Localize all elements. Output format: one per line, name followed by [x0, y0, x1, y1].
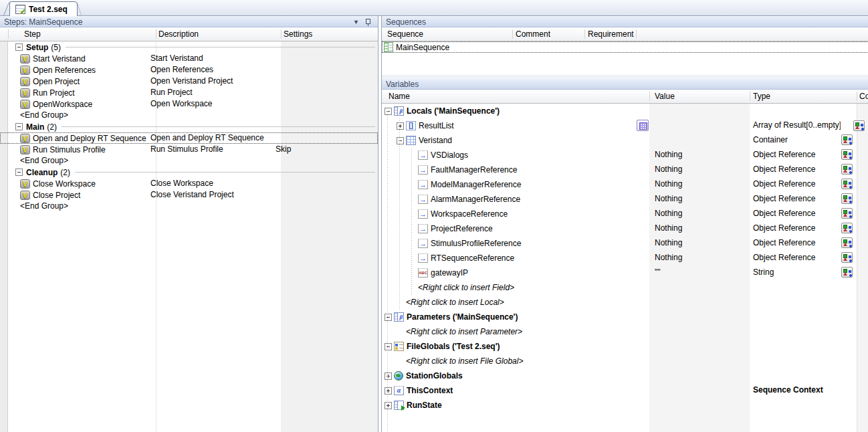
variable-flags-icon[interactable]: [841, 267, 853, 278]
step-row[interactable]: Run Stimulus ProfileRun Stimulus Profile…: [0, 144, 378, 155]
variable-row[interactable]: <Right click to insert Field>: [382, 280, 868, 295]
group-row[interactable]: Setup(5): [0, 41, 378, 53]
variable-flags-icon[interactable]: [841, 149, 853, 160]
variable-name: Parameters ('MainSequence'): [407, 312, 518, 322]
end-group-row[interactable]: <End Group>: [0, 201, 378, 212]
group-row[interactable]: Main(2): [0, 121, 378, 132]
step-row[interactable]: Start VeristandStart Veristand: [0, 53, 378, 64]
variable-row[interactable]: ModelManagerReferenceNothingObject Refer…: [382, 177, 868, 192]
collapse-expander-icon[interactable]: [15, 43, 23, 51]
variable-row[interactable]: <Right click to insert Local>: [382, 295, 868, 310]
end-group-row[interactable]: <End Group>: [0, 110, 378, 121]
column-separator[interactable]: [281, 29, 282, 39]
column-name[interactable]: Name: [389, 91, 410, 102]
column-separator[interactable]: [8, 29, 9, 39]
variable-row[interactable]: gatewayIP""String: [382, 265, 868, 280]
variable-value-cell[interactable]: "": [649, 265, 750, 280]
step-description-cell: Close Workspace: [148, 178, 273, 189]
variable-flags-icon[interactable]: [841, 134, 853, 145]
variable-row[interactable]: ThisContextSequence Context: [382, 383, 868, 398]
collapse-icon[interactable]: [397, 137, 404, 144]
step-row[interactable]: Open and Deploy RT SequenceOpen and Depl…: [0, 132, 378, 144]
column-comment[interactable]: Comment: [859, 91, 868, 102]
variable-row[interactable]: VSDialogsNothingObject Reference: [382, 148, 868, 163]
step-row[interactable]: Close WorkspaceClose Workspace: [0, 178, 378, 189]
variable-row[interactable]: ProjectReferenceNothingObject Reference: [382, 221, 868, 236]
variable-row[interactable]: WorkspaceReferenceNothingObject Referenc…: [382, 207, 868, 221]
variable-flags-icon[interactable]: [841, 237, 853, 248]
variable-value-cell[interactable]: Nothing: [649, 221, 750, 236]
variable-row[interactable]: <Right click to insert Parameter>: [382, 324, 868, 339]
column-separator[interactable]: [857, 92, 857, 101]
tab-test2-seq[interactable]: Test 2.seq: [9, 1, 78, 16]
variable-row[interactable]: Locals ('MainSequence'): [382, 104, 868, 118]
variable-value-cell[interactable]: Nothing: [649, 148, 750, 163]
column-separator[interactable]: [584, 29, 585, 39]
collapse-icon[interactable]: [385, 108, 392, 115]
column-separator[interactable]: [512, 29, 513, 39]
step-row[interactable]: OpenWorkspaceOpen Workspace: [0, 98, 378, 110]
column-comment[interactable]: Comment: [516, 29, 550, 40]
variable-row[interactable]: RTSequenceReferenceNothingObject Referen…: [382, 251, 868, 265]
variable-row[interactable]: FileGlobals ('Test 2.seq'): [382, 339, 868, 354]
variable-type-cell: Object Reference: [750, 207, 841, 221]
expand-icon[interactable]: [385, 372, 392, 380]
variable-row[interactable]: VeristandContainer: [382, 133, 868, 148]
collapse-icon[interactable]: [385, 314, 392, 321]
variable-row[interactable]: RunState: [382, 398, 868, 413]
column-type[interactable]: Type: [753, 91, 770, 102]
column-requirement[interactable]: Requirement: [588, 29, 634, 40]
variable-row[interactable]: StimulusProfileReferenceNothingObject Re…: [382, 236, 868, 251]
step-name: Open References: [33, 65, 96, 76]
array-browse-icon[interactable]: [637, 120, 649, 131]
variable-value-cell[interactable]: Nothing: [649, 251, 750, 265]
column-sequence[interactable]: Sequence: [387, 29, 423, 40]
variable-flags-icon[interactable]: [841, 223, 853, 233]
column-separator[interactable]: [636, 29, 637, 39]
step-row[interactable]: Open ReferencesOpen References: [0, 64, 378, 76]
expand-icon[interactable]: [397, 122, 404, 130]
end-group-row[interactable]: <End Group>: [0, 155, 378, 167]
variable-row[interactable]: StationGlobals: [382, 368, 868, 383]
variable-row[interactable]: ResultListArray of Result[0..empty]: [382, 118, 868, 133]
panel-menu-dropdown-icon[interactable]: ▼: [353, 17, 359, 27]
document-tab-bar: Test 2.seq: [0, 0, 868, 16]
column-separator[interactable]: [649, 92, 650, 101]
column-step[interactable]: Step: [24, 29, 41, 40]
step-name: Close Project: [33, 190, 80, 201]
step-row[interactable]: Run ProjectRun Project: [0, 87, 378, 98]
variable-flags-icon[interactable]: [841, 208, 853, 219]
variable-row[interactable]: FaultManagerReferenceNothingObject Refer…: [382, 163, 868, 177]
object-reference-icon: [418, 209, 428, 219]
variable-flags-icon[interactable]: [841, 193, 853, 204]
column-separator[interactable]: [750, 92, 750, 101]
variable-flags-icon[interactable]: [853, 120, 865, 131]
variable-value-cell[interactable]: Nothing: [649, 236, 750, 251]
step-row[interactable]: Close ProjectClose Veristand Project: [0, 189, 378, 201]
collapse-icon[interactable]: [385, 343, 392, 350]
variable-value-cell[interactable]: Nothing: [649, 207, 750, 221]
variable-row[interactable]: AlarmManagerReferenceNothingObject Refer…: [382, 192, 868, 207]
column-value[interactable]: Value: [655, 91, 675, 102]
collapse-expander-icon[interactable]: [15, 169, 23, 176]
variable-value-cell[interactable]: Nothing: [649, 192, 750, 207]
variable-value-cell[interactable]: Nothing: [649, 163, 750, 177]
variable-flags-icon[interactable]: [841, 164, 853, 175]
collapse-expander-icon[interactable]: [15, 123, 23, 130]
sequence-row[interactable]: MainSequence: [382, 41, 868, 53]
variable-row[interactable]: Parameters ('MainSequence'): [382, 310, 868, 324]
expand-icon[interactable]: [385, 387, 392, 395]
step-row[interactable]: Open ProjectOpen Veristand Project: [0, 76, 378, 87]
variable-flags-icon[interactable]: [841, 252, 853, 263]
pin-icon[interactable]: [365, 18, 371, 27]
expand-icon[interactable]: [385, 402, 392, 409]
variable-value-cell[interactable]: Nothing: [649, 177, 750, 192]
variable-flags-icon[interactable]: [841, 179, 853, 189]
step-name: Open Project: [33, 76, 80, 87]
column-separator[interactable]: [156, 29, 156, 39]
group-row[interactable]: Cleanup(2): [0, 167, 378, 178]
column-settings[interactable]: Settings: [284, 29, 312, 40]
column-description[interactable]: Description: [158, 29, 199, 40]
step-description-cell: Open References: [148, 64, 273, 76]
variable-row[interactable]: <Right click to insert File Global>: [382, 354, 868, 368]
